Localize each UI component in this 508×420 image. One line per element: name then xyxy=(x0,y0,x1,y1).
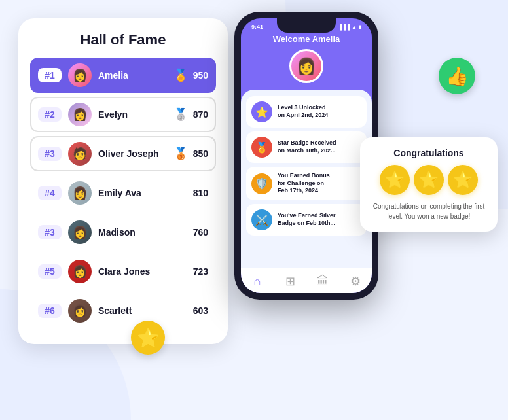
activity-icon-4: ⚔️ xyxy=(251,209,272,230)
activity-text-2: Star Badge Receivedon March 18th, 202... xyxy=(278,139,336,154)
hof-name-7: Scarlett xyxy=(98,306,193,316)
hof-row-4: #4 👩 Emily Ava 810 xyxy=(30,175,216,211)
activity-item-2: 🏅 Star Badge Receivedon March 18th, 202.… xyxy=(246,131,367,163)
phone-mockup: 9:41 ▐▐▐ ▲ ▮ Welcome Amelia 👩 ⭐ Level 3 … xyxy=(234,12,378,300)
hof-score-7: 603 xyxy=(193,306,208,316)
hof-name-4: Emily Ava xyxy=(98,188,193,198)
hof-name-6: Clara Jones xyxy=(98,266,193,277)
activity-text-1: Level 3 Unlockedon April 2nd, 2024 xyxy=(278,104,328,119)
hof-score-2: 870 xyxy=(193,109,208,120)
hof-avatar-6: 👩 xyxy=(68,260,92,283)
hof-avatar-7: 👩 xyxy=(68,299,92,323)
hof-score-3: 850 xyxy=(193,149,208,159)
hof-score-5: 760 xyxy=(193,227,208,237)
phone-time: 9:41 xyxy=(251,24,263,30)
activity-icon-1: ⭐ xyxy=(251,101,272,122)
congrats-description: Congratulations on completing the first … xyxy=(369,201,488,221)
hof-row-7: #6 👩 Scarlett 603 xyxy=(30,293,216,328)
hof-rank-4: #4 xyxy=(38,186,62,200)
congrats-popup: Congratulations ⭐ ⭐ ⭐ Congratulations on… xyxy=(360,137,498,232)
phone-screen: 9:41 ▐▐▐ ▲ ▮ Welcome Amelia 👩 ⭐ Level 3 … xyxy=(241,18,372,293)
hof-row-2: #2 👩 Evelyn 🥈 870 xyxy=(30,97,216,132)
nav-home-icon[interactable]: ⌂ xyxy=(248,273,266,289)
hof-medal-1: 🏅 xyxy=(173,68,188,82)
hof-name-1: Amelia xyxy=(98,70,173,80)
congrats-stars: ⭐ ⭐ ⭐ xyxy=(369,165,488,195)
activity-icon-2: 🏅 xyxy=(251,137,272,158)
hof-score-1: 950 xyxy=(193,70,208,80)
hof-medal-3: 🥉 xyxy=(173,147,188,161)
hof-rank-5: #3 xyxy=(38,225,62,239)
nav-activity-icon[interactable]: ⊞ xyxy=(281,273,299,289)
hof-name-2: Evelyn xyxy=(98,109,173,120)
hof-row-3: #3 🧑 Oliver Joseph 🥉 850 xyxy=(30,136,216,171)
hof-row-1: #1 👩 Amelia 🏅 950 xyxy=(30,58,216,93)
activity-item-4: ⚔️ You've Earned SilverBadge on Feb 10th… xyxy=(246,204,367,236)
nav-leaderboard-icon[interactable]: 🏛 xyxy=(314,273,332,289)
congrats-title: Congratulations xyxy=(369,148,488,158)
signal-icon: ▐▐▐ xyxy=(338,24,350,30)
hof-rank-2: #2 xyxy=(38,107,62,122)
hof-avatar-4: 👩 xyxy=(68,181,92,205)
phone-notch xyxy=(277,18,336,33)
hof-medal-2: 🥈 xyxy=(173,107,188,122)
nav-settings-icon[interactable]: ⚙ xyxy=(346,273,365,289)
phone-body: ⭐ Level 3 Unlockedon April 2nd, 2024 🏅 S… xyxy=(241,90,372,268)
hof-name-3: Oliver Joseph xyxy=(98,149,173,159)
hof-row-5: #3 👩 Madison 760 xyxy=(30,215,216,250)
phone-signals: ▐▐▐ ▲ ▮ xyxy=(338,24,361,30)
hof-rank-7: #6 xyxy=(38,304,62,318)
hof-avatar-5: 👩 xyxy=(68,220,92,244)
hof-row-6: #5 👩 Clara Jones 723 xyxy=(30,254,216,289)
activity-item-1: ⭐ Level 3 Unlockedon April 2nd, 2024 xyxy=(246,96,367,128)
congrats-star-1: ⭐ xyxy=(380,165,410,195)
hof-avatar-3: 🧑 xyxy=(68,142,92,166)
activity-text-3: You Earned Bonusfor Challenge onFeb 17th… xyxy=(278,172,330,195)
battery-icon: ▮ xyxy=(359,24,361,30)
congrats-star-3: ⭐ xyxy=(448,165,478,195)
congrats-star-2: ⭐ xyxy=(414,165,444,195)
phone-bottom-nav[interactable]: ⌂ ⊞ 🏛 ⚙ xyxy=(241,268,372,293)
hof-score-6: 723 xyxy=(193,266,208,277)
thumbs-up-icon: 👍 xyxy=(446,65,469,87)
thumbs-up-badge: 👍 xyxy=(439,58,475,94)
phone-welcome-text: Welcome Amelia xyxy=(273,34,340,44)
hall-of-fame-card: Hall of Fame #1 👩 Amelia 🏅 950 #2 👩 Evel… xyxy=(18,18,228,344)
hof-avatar-2: 👩 xyxy=(68,103,92,126)
hof-avatar-1: 👩 xyxy=(68,63,92,87)
activity-text-4: You've Earned SilverBadge on Feb 10th... xyxy=(278,212,336,227)
hall-of-fame-title: Hall of Fame xyxy=(30,31,216,48)
wifi-icon: ▲ xyxy=(352,24,357,30)
activity-item-3: 🛡️ You Earned Bonusfor Challenge onFeb 1… xyxy=(246,167,367,200)
hof-rank-3: #3 xyxy=(38,147,62,161)
hof-rank-6: #5 xyxy=(38,264,62,279)
hof-rank-1: #1 xyxy=(38,68,62,82)
phone-header: Welcome Amelia 👩 xyxy=(241,31,372,90)
phone-avatar: 👩 xyxy=(289,49,323,83)
hof-score-4: 810 xyxy=(193,188,208,198)
hof-name-5: Madison xyxy=(98,227,193,237)
star-decoration: ⭐ xyxy=(131,321,165,355)
activity-icon-3: 🛡️ xyxy=(251,173,272,194)
star-icon: ⭐ xyxy=(137,327,160,349)
